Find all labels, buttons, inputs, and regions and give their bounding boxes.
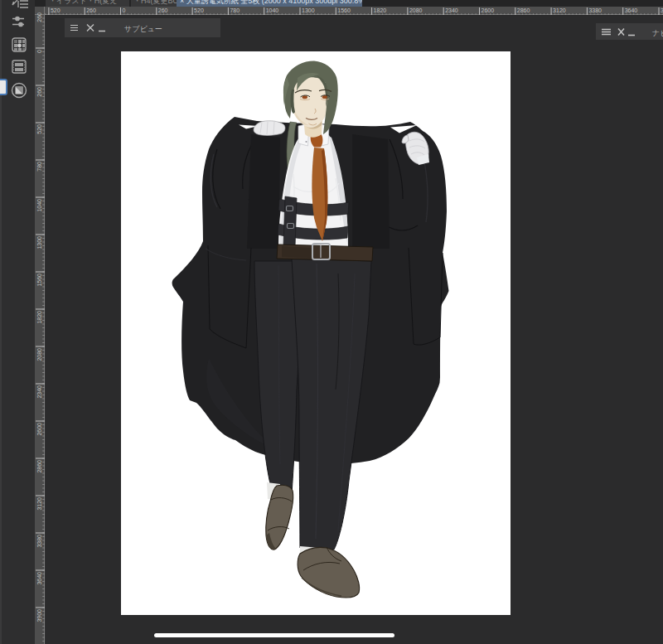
svg-text:1300: 1300: [302, 7, 315, 13]
svg-text:780: 780: [230, 7, 240, 13]
svg-text:3120: 3120: [36, 497, 42, 511]
svg-text:3640: 3640: [36, 572, 42, 585]
svg-text:3640: 3640: [625, 7, 638, 13]
svg-text:260: 260: [86, 7, 96, 13]
svg-text:1560: 1560: [36, 274, 42, 287]
svg-text:520: 520: [51, 7, 60, 13]
svg-text:2600: 2600: [36, 423, 42, 436]
svg-text:1300: 1300: [36, 236, 42, 249]
svg-text:780: 780: [36, 162, 42, 172]
svg-text:3380: 3380: [36, 535, 42, 548]
svg-text:2860: 2860: [517, 7, 530, 13]
svg-text:1040: 1040: [36, 199, 42, 212]
svg-text:0: 0: [123, 7, 126, 13]
svg-text:520: 520: [36, 124, 42, 134]
svg-text:260: 260: [36, 12, 42, 22]
svg-text:2600: 2600: [482, 7, 495, 13]
svg-text:2080: 2080: [409, 7, 423, 13]
svg-text:2080: 2080: [36, 348, 42, 361]
svg-text:260: 260: [158, 7, 168, 13]
svg-text:2340: 2340: [445, 7, 458, 13]
svg-text:3120: 3120: [553, 7, 566, 13]
svg-text:1820: 1820: [36, 311, 42, 324]
svg-text:1560: 1560: [337, 7, 351, 13]
svg-text:2860: 2860: [36, 460, 42, 473]
svg-text:520: 520: [194, 7, 204, 13]
svg-text:1040: 1040: [266, 7, 279, 13]
svg-text:260: 260: [36, 87, 42, 97]
svg-text:0: 0: [36, 50, 42, 53]
svg-text:2340: 2340: [36, 385, 42, 399]
svg-text:1820: 1820: [374, 7, 387, 13]
svg-text:3380: 3380: [588, 7, 602, 13]
svg-text:3900: 3900: [36, 609, 42, 622]
